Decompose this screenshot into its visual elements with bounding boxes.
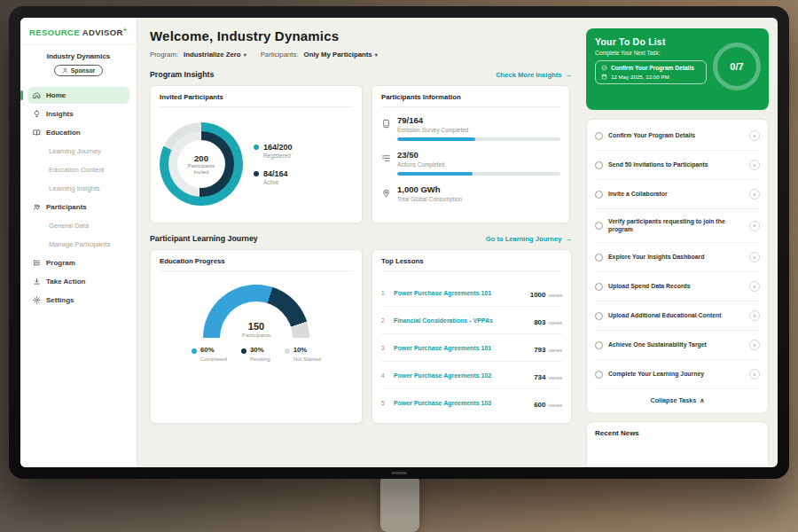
section-title: Program Insights [150, 70, 214, 79]
check-more-insights-link[interactable]: Check More Insights → [496, 71, 572, 79]
sidebar-item-label: Program [46, 259, 75, 267]
filters-row: Program: Industrialize Zero ▾ Participan… [150, 51, 572, 59]
program-filter-label: Program: [150, 51, 178, 59]
go-to-learning-journey-link[interactable]: Go to Learning Journey → [486, 235, 572, 243]
lesson-views-label: views [549, 319, 562, 325]
sidebar-item-program[interactable]: Program [27, 254, 129, 271]
blue-dot-icon [192, 348, 197, 354]
task-checkbox[interactable] [595, 191, 603, 199]
invited-participants-card: Invited Participants 200 Participants In… [150, 85, 363, 223]
task-row-verify-participants[interactable]: Verify participants requesting to join t… [595, 209, 760, 243]
task-checkbox[interactable] [595, 283, 603, 291]
lesson-link[interactable]: Power Purchase Agreements 101 [394, 345, 528, 351]
sidebar-item-take-action[interactable]: Take Action [27, 273, 129, 290]
lightbulb-icon [33, 110, 41, 118]
sidebar-item-home[interactable]: Home [27, 87, 129, 104]
registered-value: 164/200 [263, 143, 293, 152]
task-row-upload-spend-data[interactable]: Upload Spend Data Records › [595, 272, 760, 301]
sidebar-item-learning-insights[interactable]: Learning Insights [27, 180, 129, 197]
sidebar-item-manage-participants[interactable]: Manage Participants [27, 236, 129, 253]
invited-total-value: 200 [194, 153, 208, 163]
active-value: 84/164 [263, 169, 288, 178]
task-row-invite-collaborator[interactable]: Invite a Collaborator › [595, 180, 760, 209]
task-row-confirm-program[interactable]: Confirm Your Program Details › [595, 121, 760, 151]
sidebar-item-label: Manage Participants [49, 240, 110, 248]
task-checkbox[interactable] [595, 312, 603, 320]
task-row-upload-educational-content[interactable]: Upload Additional Educational Content › [595, 301, 760, 331]
recent-news-card: Recent News [586, 421, 769, 467]
lesson-link[interactable]: Financial Considerations - VPPAs [394, 317, 528, 324]
monitor-brand-mark [391, 472, 407, 474]
chevron-right-icon: › [749, 281, 760, 292]
consumption-value: 1,000 GWh [397, 184, 560, 194]
lesson-link[interactable]: Power Purchase Agreements 101 [394, 290, 525, 296]
lesson-link[interactable]: Power Purchase Agreements 103 [394, 400, 528, 406]
navy-dot-icon [241, 348, 246, 354]
book-icon [33, 129, 41, 137]
lesson-views: 1000 [530, 291, 546, 299]
task-checkbox[interactable] [595, 341, 603, 349]
sidebar-item-education-content[interactable]: Education Content [27, 161, 129, 178]
learning-journey-header: Participant Learning Journey Go to Learn… [150, 234, 572, 243]
program-insights-header: Program Insights Check More Insights → [150, 70, 572, 79]
task-checkbox[interactable] [595, 254, 603, 262]
monitor-stand [380, 477, 419, 532]
chevron-right-icon: › [749, 160, 760, 170]
participants-information-card: Participants Information 79/164 Emission… [372, 85, 570, 223]
chevron-right-icon: › [749, 340, 760, 350]
next-task-box[interactable]: Confirm Your Program Details 12 May 2025… [595, 60, 707, 84]
sidebar-item-settings[interactable]: Settings [27, 292, 129, 309]
org-name: Industry Dynamics [26, 52, 131, 60]
sidebar-item-label: Learning Insights [49, 184, 100, 192]
sidebar-item-participants[interactable]: Participants [27, 199, 129, 215]
lesson-row: 3 Power Purchase Agreements 101 793views [381, 334, 562, 362]
chevron-right-icon: › [749, 310, 760, 321]
emission-survey-row: 79/164 Emission Survey Completed [381, 115, 560, 141]
task-checkbox[interactable] [595, 222, 603, 230]
sidebar-item-label: Participants [46, 203, 87, 211]
sidebar-item-label: Learning Journey [49, 147, 101, 155]
task-checkbox[interactable] [595, 371, 603, 379]
collapse-tasks-button[interactable]: Collapse Tasks ∧ [595, 389, 760, 411]
sidebar-item-label: Insights [46, 110, 74, 118]
action-arrow-icon [33, 278, 41, 286]
program-select[interactable]: Industrialize Zero ▾ [184, 51, 246, 59]
task-row-achieve-target[interactable]: Achieve One Sustainability Target › [595, 331, 760, 360]
lesson-views-label: views [549, 292, 562, 298]
task-checkbox[interactable] [595, 132, 603, 140]
card-title: Invited Participants [160, 93, 353, 107]
task-row-complete-learning-journey[interactable]: Complete Your Learning Journey › [595, 360, 760, 389]
program-select-value: Industrialize Zero [184, 51, 241, 59]
actions-completed-label: Actions Completed [397, 161, 560, 168]
org-block: Industry Dynamics Sponsor [20, 45, 137, 85]
desk-background: RESOURCE ADVISOR+ Industry Dynamics Spon… [0, 0, 798, 532]
lesson-views-label: views [549, 347, 562, 353]
lesson-views-label: views [549, 374, 562, 380]
sponsor-badge-label: Sponsor [71, 67, 96, 74]
logo-text-secondary: ADVISOR [82, 27, 123, 37]
lesson-rank: 4 [381, 372, 388, 379]
gauge-legend: 60% Completed 30% Pending 10% Not Starte… [192, 346, 321, 362]
list-icon [33, 259, 41, 267]
lesson-rank: 3 [381, 345, 388, 351]
task-row-send-invitations[interactable]: Send 50 Invitations to Participants › [595, 151, 760, 180]
sidebar: RESOURCE ADVISOR+ Industry Dynamics Spon… [20, 18, 137, 467]
lesson-views-label: views [549, 402, 562, 408]
emission-survey-label: Emission Survey Completed [397, 127, 560, 133]
lesson-row: 1 Power Purchase Agreements 101 1000view… [381, 279, 562, 307]
chevron-right-icon: › [749, 369, 760, 379]
sidebar-item-learning-journey[interactable]: Learning Journey [27, 143, 129, 160]
actions-completed-value: 23/50 [397, 150, 560, 160]
sidebar-item-education[interactable]: Education [27, 124, 129, 141]
card-title: Education Progress [160, 257, 353, 271]
sponsor-badge[interactable]: Sponsor [54, 65, 104, 76]
participants-select[interactable]: Only My Participants ▾ [304, 51, 378, 59]
task-row-explore-insights[interactable]: Explore Your Insights Dashboard › [595, 243, 760, 272]
location-pin-icon [381, 185, 391, 201]
sidebar-item-insights[interactable]: Insights [27, 106, 129, 122]
task-checkbox[interactable] [595, 161, 603, 169]
lesson-link[interactable]: Power Purchase Agreements 102 [394, 372, 528, 379]
emission-survey-progress [397, 137, 560, 141]
learning-journey-cards: Education Progress 150 Participants [150, 249, 572, 424]
sidebar-item-general-data[interactable]: General Data [27, 217, 129, 234]
